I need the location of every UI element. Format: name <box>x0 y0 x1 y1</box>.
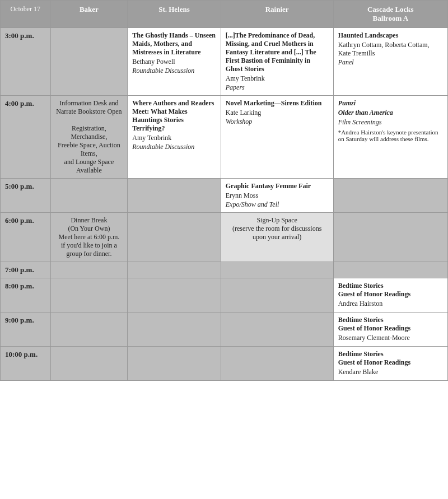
sthelens-1000pm <box>128 347 221 381</box>
cascade-1000pm-title: Bedtime StoriesGuest of Honor Readings <box>338 350 443 367</box>
sthelens-300pm-title: The Ghostly Hands – Unseen Maids, Mother… <box>132 31 216 57</box>
sthelens-700pm <box>128 262 221 278</box>
cascade-1000pm-presenter: Kendare Blake <box>338 368 443 376</box>
rainier-400pm-type: Workshop <box>226 118 329 126</box>
rainier-900pm <box>221 313 333 347</box>
schedule-table: October 17 Baker St. Helens Rainier Casc… <box>0 0 448 381</box>
time-1000pm: 10:00 p.m. <box>1 347 51 381</box>
cascade-800pm-title: Bedtime StoriesGuest of Honor Readings <box>338 282 443 299</box>
sthelens-300pm: The Ghostly Hands – Unseen Maids, Mother… <box>128 28 221 96</box>
rainier-400pm-title: Novel Marketing—Sirens Edition <box>226 99 329 108</box>
time-600pm: 6:00 p.m. <box>1 213 51 262</box>
dinner-text: Dinner Break(On Your Own)Meet here at 6:… <box>55 216 123 258</box>
row-600pm: 6:00 p.m. Dinner Break(On Your Own)Meet … <box>1 213 448 262</box>
cascade-400pm-title: Pumzi <box>338 99 443 108</box>
cascade-400pm-note: *Andrea Hairston's keynote presentation … <box>338 129 443 142</box>
baker-500pm <box>50 179 128 213</box>
sthelens-300pm-type: Roundtable Discussion <box>132 67 216 75</box>
baker-400pm: Information Desk andNarrate Bookstore Op… <box>50 96 128 179</box>
cascade-300pm-presenter: Kathryn Cottam, Roberta Cottam, Kate Tre… <box>338 41 443 58</box>
rainier-800pm <box>221 278 333 313</box>
baker-1000pm <box>50 347 128 381</box>
row-1000pm: 10:00 p.m. Bedtime StoriesGuest of Honor… <box>1 347 448 381</box>
header-date: October 17 <box>1 1 51 28</box>
header-baker: Baker <box>50 1 128 28</box>
rainier-600pm: Sign-Up Space(reserve the room for discu… <box>221 213 333 262</box>
baker-800pm <box>50 278 128 313</box>
baker-600pm: Dinner Break(On Your Own)Meet here at 6:… <box>50 213 128 262</box>
time-400pm: 4:00 p.m. <box>1 96 51 179</box>
baker-400pm-text: Information Desk andNarrate Bookstore Op… <box>55 99 123 175</box>
sthelens-400pm-title: Where Authors and Readers Meet: What Mak… <box>132 99 216 133</box>
rainier-700pm <box>221 262 333 278</box>
row-500pm: 5:00 p.m. Graphic Fantasy Femme Fair Ery… <box>1 179 448 213</box>
rainier-300pm-title: [...]The Predominance of Dead, Missing, … <box>226 31 329 73</box>
header-cascade: Cascade LocksBallroom A <box>333 1 447 28</box>
row-400pm: 4:00 p.m. Information Desk andNarrate Bo… <box>1 96 448 179</box>
rainier-500pm: Graphic Fantasy Femme Fair Erynn Moss Ex… <box>221 179 333 213</box>
sthelens-300pm-presenter: Bethany Powell <box>132 58 216 66</box>
baker-900pm <box>50 313 128 347</box>
header-rainier: Rainier <box>221 1 333 28</box>
time-300pm: 3:00 p.m. <box>1 28 51 96</box>
cascade-500pm <box>333 179 447 213</box>
cascade-1000pm: Bedtime StoriesGuest of Honor Readings K… <box>333 347 447 381</box>
sthelens-400pm: Where Authors and Readers Meet: What Mak… <box>128 96 221 179</box>
baker-700pm <box>50 262 128 278</box>
cascade-400pm-type: Film Screenings <box>338 118 443 127</box>
rainier-500pm-presenter: Erynn Moss <box>226 192 329 200</box>
sthelens-500pm <box>128 179 221 213</box>
row-700pm: 7:00 p.m. <box>1 262 448 278</box>
cascade-300pm-type: Panel <box>338 58 443 67</box>
sthelens-800pm <box>128 278 221 313</box>
cascade-900pm-presenter: Rosemary Clement-Moore <box>338 334 443 342</box>
time-700pm: 7:00 p.m. <box>1 262 51 278</box>
cascade-900pm-title: Bedtime StoriesGuest of Honor Readings <box>338 316 443 333</box>
cascade-300pm: Haunted Landscapes Kathryn Cottam, Rober… <box>333 28 447 96</box>
rainier-300pm-type: Papers <box>226 83 329 92</box>
time-800pm: 8:00 p.m. <box>1 278 51 313</box>
cascade-700pm <box>333 262 447 278</box>
rainier-300pm-presenter: Amy Tenbrink <box>226 74 329 83</box>
cascade-400pm: Pumzi Older than America Film Screenings… <box>333 96 447 179</box>
signup-text: Sign-Up Space(reserve the room for discu… <box>226 216 329 241</box>
sthelens-400pm-type: Roundtable Discussion <box>132 143 216 151</box>
rainier-400pm-presenter: Kate Larking <box>226 109 329 117</box>
rainier-300pm: [...]The Predominance of Dead, Missing, … <box>221 28 333 96</box>
cascade-900pm: Bedtime StoriesGuest of Honor Readings R… <box>333 313 447 347</box>
rainier-400pm: Novel Marketing—Sirens Edition Kate Lark… <box>221 96 333 179</box>
sthelens-600pm <box>128 213 221 262</box>
row-900pm: 9:00 p.m. Bedtime StoriesGuest of Honor … <box>1 313 448 347</box>
header-row: October 17 Baker St. Helens Rainier Casc… <box>1 1 448 28</box>
time-500pm: 5:00 p.m. <box>1 179 51 213</box>
cascade-300pm-title: Haunted Landscapes <box>338 31 443 40</box>
time-900pm: 9:00 p.m. <box>1 313 51 347</box>
cascade-600pm <box>333 213 447 262</box>
cascade-800pm: Bedtime StoriesGuest of Honor Readings A… <box>333 278 447 313</box>
row-800pm: 8:00 p.m. Bedtime StoriesGuest of Honor … <box>1 278 448 313</box>
sthelens-900pm <box>128 313 221 347</box>
rainier-500pm-type: Expo/Show and Tell <box>226 200 329 209</box>
header-sthelens: St. Helens <box>128 1 221 28</box>
baker-300pm <box>50 28 128 96</box>
sthelens-400pm-presenter: Amy Tenbrink <box>132 134 216 142</box>
rainier-1000pm <box>221 347 333 381</box>
rainier-500pm-title: Graphic Fantasy Femme Fair <box>226 182 329 190</box>
row-300pm: 3:00 p.m. The Ghostly Hands – Unseen Mai… <box>1 28 448 96</box>
cascade-400pm-subtitle: Older than America <box>338 109 443 117</box>
cascade-800pm-presenter: Andrea Hairston <box>338 300 443 308</box>
